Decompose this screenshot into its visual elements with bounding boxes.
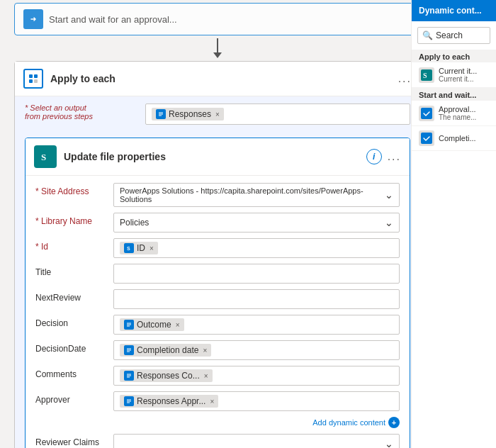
title-row: Title bbox=[35, 264, 400, 284]
completion-date-close[interactable]: × bbox=[203, 347, 207, 354]
previous-step-block: Start and wait for an approval... bbox=[14, 3, 421, 35]
library-name-value: Policies bbox=[120, 218, 385, 228]
responses-appr-text: Responses Appr... bbox=[137, 396, 205, 406]
search-input[interactable]: Search bbox=[436, 30, 463, 40]
decision-label: Decision bbox=[35, 315, 113, 328]
completion-date-icon bbox=[124, 345, 134, 355]
site-address-row: Site Address PowerApps Solutions - https… bbox=[35, 183, 400, 207]
panel-item-current-icon: S bbox=[419, 67, 434, 83]
comments-label: Comments bbox=[35, 366, 113, 379]
panel-item-current-text: Current it... Current it... bbox=[439, 67, 477, 83]
responses-co-tag: Responses Co... × bbox=[120, 369, 213, 382]
site-address-input[interactable]: PowerApps Solutions - https://capita.sha… bbox=[113, 183, 400, 207]
add-dynamic-link[interactable]: Add dynamic content bbox=[312, 418, 385, 427]
svg-rect-16 bbox=[421, 108, 432, 119]
apply-to-each-body: * Select an outputfrom previous steps Re… bbox=[15, 96, 420, 448]
completion-date-text: Completion date bbox=[137, 345, 198, 355]
site-address-label: Site Address bbox=[35, 183, 113, 196]
decision-input[interactable]: Outcome × bbox=[113, 315, 400, 335]
next-review-row: NextReview bbox=[35, 289, 400, 309]
completion-date-tag: Completion date × bbox=[120, 344, 211, 357]
select-output-label: * Select an outputfrom previous steps bbox=[25, 103, 145, 121]
decision-date-row: DecisionDate Completion date bbox=[35, 340, 400, 360]
responses-co-icon bbox=[124, 371, 134, 381]
responses-co-text: Responses Co... bbox=[137, 371, 200, 381]
title-label: Title bbox=[35, 264, 113, 277]
id-row: Id S ID × bbox=[35, 238, 400, 258]
svg-rect-4 bbox=[34, 79, 38, 83]
id-label: Id bbox=[35, 238, 113, 252]
svg-text:S: S bbox=[127, 246, 130, 251]
sharepoint-icon: S bbox=[34, 145, 57, 168]
svg-text:S: S bbox=[423, 72, 427, 79]
site-address-value: PowerApps Solutions - https://capita.sha… bbox=[120, 186, 385, 203]
apply-to-each-title: Apply to each bbox=[50, 73, 398, 84]
svg-rect-3 bbox=[29, 79, 33, 83]
responses-tag: Responses × bbox=[152, 108, 224, 121]
panel-section-label: Apply to each bbox=[412, 50, 496, 62]
reviewer-claims-input[interactable]: ⌄ bbox=[113, 434, 400, 448]
update-file-menu[interactable]: ... bbox=[388, 150, 401, 163]
decision-row: Decision Outcome × bbox=[35, 315, 400, 335]
library-name-label: Library Name bbox=[35, 213, 113, 226]
responses-co-close[interactable]: × bbox=[204, 372, 208, 380]
reviewer-claims-label: Reviewer Claims bbox=[35, 434, 113, 447]
id-input[interactable]: S ID × bbox=[113, 238, 400, 258]
update-file-header: S Update file properties i ... bbox=[26, 138, 410, 176]
responses-appr-close[interactable]: × bbox=[210, 398, 214, 405]
apply-to-each-menu[interactable]: ... bbox=[398, 72, 412, 85]
reviewer-dropdown-arrow: ⌄ bbox=[385, 438, 393, 448]
apply-to-each-header: Apply to each ... bbox=[15, 62, 420, 96]
outcome-tag-close[interactable]: × bbox=[176, 321, 180, 329]
library-name-input[interactable]: Policies ⌄ bbox=[113, 213, 400, 233]
approver-row: Approver Responses Appr... bbox=[35, 391, 400, 411]
info-icon[interactable]: i bbox=[366, 149, 382, 164]
site-address-dropdown-arrow: ⌄ bbox=[385, 189, 393, 201]
panel-item-current[interactable]: S Current it... Current it... bbox=[412, 62, 496, 88]
update-file-block: S Update file properties i ... Site Addr… bbox=[25, 138, 410, 448]
panel-item-approval[interactable]: Approval... The name... bbox=[412, 101, 496, 126]
form-body: Site Address PowerApps Solutions - https… bbox=[26, 176, 410, 448]
search-box[interactable]: 🔍 Search bbox=[417, 27, 490, 44]
panel-section-start-wait: Start and wait... bbox=[412, 88, 496, 101]
apply-to-each-icon bbox=[23, 69, 43, 89]
next-review-input[interactable] bbox=[113, 289, 400, 309]
panel-item-completion[interactable]: Completi... bbox=[412, 126, 496, 151]
id-tag-close[interactable]: × bbox=[150, 245, 154, 252]
responses-tag-close[interactable]: × bbox=[215, 111, 220, 118]
responses-tag-icon bbox=[156, 109, 166, 119]
responses-tag-container[interactable]: Responses × bbox=[145, 103, 410, 125]
id-tag: S ID × bbox=[120, 242, 158, 254]
id-tag-icon: S bbox=[124, 243, 134, 253]
connector bbox=[14, 35, 421, 61]
library-name-row: Library Name Policies ⌄ bbox=[35, 213, 400, 233]
svg-rect-2 bbox=[34, 74, 38, 78]
approver-label: Approver bbox=[35, 391, 113, 405]
update-file-title: Update file properties bbox=[64, 151, 366, 162]
panel-item-approval-text: Approval... The name... bbox=[439, 105, 476, 121]
search-icon: 🔍 bbox=[422, 30, 433, 40]
decision-date-input[interactable]: Completion date × bbox=[113, 340, 400, 360]
decision-date-label: DecisionDate bbox=[35, 340, 113, 354]
outcome-tag: Outcome × bbox=[120, 318, 184, 331]
reviewer-claims-row: Reviewer Claims ⌄ bbox=[35, 434, 400, 448]
comments-input[interactable]: Responses Co... × bbox=[113, 366, 400, 386]
dynamic-content-header: Dynamic cont... bbox=[412, 0, 496, 21]
id-tag-text: ID bbox=[137, 243, 145, 253]
dynamic-content-panel: Dynamic cont... 🔍 Search Apply to each S… bbox=[411, 0, 496, 448]
approver-input[interactable]: Responses Appr... × bbox=[113, 391, 400, 411]
svg-rect-1 bbox=[29, 74, 33, 78]
responses-appr-tag: Responses Appr... × bbox=[120, 395, 218, 408]
add-dynamic-plus-icon[interactable]: + bbox=[388, 417, 400, 428]
library-dropdown-arrow: ⌄ bbox=[385, 217, 393, 228]
next-review-label: NextReview bbox=[35, 289, 113, 303]
comments-row: Comments Responses Co... × bbox=[35, 366, 400, 386]
add-dynamic-row: Add dynamic content + bbox=[35, 417, 400, 428]
title-input[interactable] bbox=[113, 264, 400, 284]
previous-step-icon bbox=[23, 9, 43, 29]
panel-item-approval-icon bbox=[419, 106, 434, 121]
responses-appr-icon bbox=[124, 396, 134, 406]
panel-item-completion-text: Completi... bbox=[439, 134, 476, 142]
outcome-tag-icon bbox=[124, 320, 134, 330]
outcome-tag-text: Outcome bbox=[137, 320, 171, 330]
